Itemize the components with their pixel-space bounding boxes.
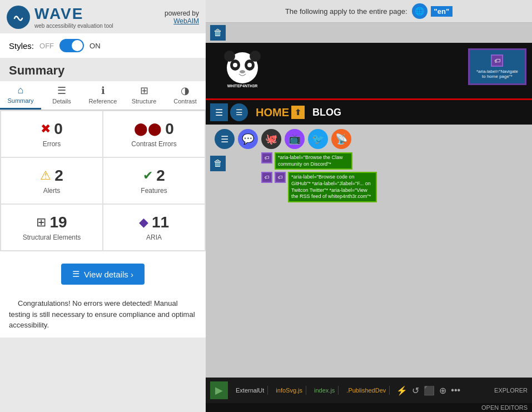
reference-icon: ℹ [101, 85, 105, 97]
aria-badge-3: 🏷 [275, 172, 286, 183]
aria-count: 11 [152, 214, 169, 231]
web-content-area: 🗑 [206, 23, 532, 378]
bottom-file-3: index.js [311, 386, 339, 395]
svg-point-7 [247, 63, 252, 67]
styles-toggle[interactable] [59, 39, 84, 52]
top-message-text: The following apply to the entire page: [285, 7, 407, 16]
aria-tooltip-github-row: 🏷 🏷 *aria-label="Browse code on GitHub"*… [261, 172, 377, 202]
lang-code: "en" [431, 6, 453, 17]
open-editors-label: OPEN EDITORS [481, 404, 528, 411]
bottom-icon-4: ⊕ [439, 385, 446, 396]
stat-contrast-row: ⬤⬤ 0 [134, 120, 174, 138]
styles-off-label: OFF [39, 42, 54, 50]
nav-aria-badge: 🏷 *aria-label="Navigateto home page"* [468, 48, 526, 85]
powered-by-text: powered by [165, 9, 199, 17]
svg-point-8 [240, 70, 245, 73]
site-logo-area: WHITEP4NTH3R [215, 48, 270, 93]
nav-home-text: HOME [256, 106, 289, 119]
summary-icon: ⌂ [18, 85, 24, 96]
bottom-active-tab: ▶ [210, 381, 228, 399]
bottom-file-2: infoSvg.js [272, 386, 306, 395]
globe-icon: 🌐 [412, 3, 427, 19]
bottom-file-4: .PublishedDev [343, 386, 390, 395]
trash-icon-top: 🗑 [210, 25, 226, 41]
contrast-errors-label: Contrast Errors [131, 140, 176, 148]
tab-contrast[interactable]: ◑ Contrast [165, 81, 206, 110]
aria-tooltip-multi: *aria-label="Browse code on GitHub"* *ar… [288, 172, 377, 202]
features-count: 2 [156, 167, 165, 185]
errors-count: 0 [54, 120, 63, 138]
open-editors-bar: OPEN EDITORS [206, 403, 532, 412]
aria-tooltip-row: 🏷 *aria-label="Browse the Claw community… [261, 152, 377, 170]
tab-summary-label: Summary [7, 97, 33, 104]
discord-icon: 💬 [238, 129, 258, 149]
aria-label: ARIA [146, 234, 162, 241]
bottom-icon-3: ⬛ [424, 385, 435, 396]
tab-structure[interactable]: ⊞ Structure [123, 81, 165, 110]
webaim-link[interactable]: WebAIM [173, 17, 199, 25]
tab-contrast-label: Contrast [173, 98, 197, 105]
wave-logo: WAVE web accessibility evaluation tool [7, 6, 113, 29]
stat-errors-row: ✖ 0 [41, 120, 63, 138]
feature-icon: ✔ [143, 168, 153, 183]
tab-summary[interactable]: ⌂ Summary [0, 81, 41, 110]
nav-circle-icon: ☰ [230, 103, 248, 121]
bottom-icon-1: ⚡ [396, 385, 407, 396]
tab-reference-label: Reference [89, 98, 117, 105]
congrats-text: Congratulations! No errors were detected… [9, 295, 195, 338]
view-details-icon: ☰ [72, 269, 79, 279]
aria-nav-label: *aria-label="Navigateto home page"* [476, 69, 518, 79]
aria-tooltip-discord: *aria-label="Browse the Claw community o… [275, 152, 352, 170]
wave-top-trash-area: 🗑 [206, 23, 532, 43]
nav-list-icon: ☰ [210, 103, 228, 121]
contrast-icon: ◑ [181, 85, 190, 97]
bottom-file-1: ExternalUt [232, 386, 268, 395]
github-container: 🐙 [261, 129, 281, 149]
view-details-button[interactable]: ☰ View details › [61, 264, 145, 285]
congrats-section: Congratulations! No errors were detected… [0, 291, 206, 337]
aria-badge-2: 🏷 [261, 172, 272, 183]
view-details-container: ☰ View details › [0, 251, 206, 291]
tab-reference[interactable]: ℹ Reference [82, 81, 123, 110]
tab-details[interactable]: ☰ Details [41, 81, 82, 110]
active-file-icon: ▶ [215, 384, 223, 396]
structural-count: 19 [49, 214, 67, 231]
wave-title-block: WAVE web accessibility evaluation tool [34, 6, 113, 29]
wave-subtitle: web accessibility evaluation tool [34, 23, 113, 29]
aria-tooltips: 🏷 *aria-label="Browse the Claw community… [261, 152, 377, 202]
features-label: Features [141, 187, 167, 195]
tabs-row: ⌂ Summary ☰ Details ℹ Reference ⊞ Struct… [0, 81, 206, 110]
stat-aria-row: ◆ 11 [139, 214, 169, 231]
discord-container: 💬 [238, 129, 258, 149]
twitch-container: 📺 [285, 129, 305, 149]
nav-home: HOME ⬆ [252, 106, 308, 119]
structure-icon: ⊞ [140, 85, 148, 97]
site-nav: ☰ ☰ HOME ⬆ BLOG [206, 98, 532, 125]
nav-blog: BLOG [308, 107, 346, 118]
tab-details-label: Details [52, 98, 71, 105]
stat-structural: ⊞ 19 Structural Elements [1, 204, 103, 251]
errors-label: Errors [43, 140, 61, 148]
aria-tag-icon: 🏷 [491, 54, 503, 67]
bottom-icon-2: ↺ [412, 385, 419, 396]
styles-bar: Styles: OFF ON [0, 33, 206, 58]
rss-container: 📡 [331, 129, 351, 149]
github-icon: 🐙 [261, 129, 281, 149]
nav-icons: ☰ ☰ [206, 103, 252, 121]
nav-home-icon: ⬆ [295, 108, 301, 117]
aria-badge-1: 🏷 [261, 152, 272, 163]
details-icon: ☰ [57, 85, 66, 97]
alert-icon: ⚠ [40, 168, 51, 183]
alerts-label: Alerts [43, 187, 61, 195]
lang-badge: 🌐 "en" [412, 3, 453, 19]
trash-icon-bottom: 🗑 [210, 156, 226, 171]
twitch-icon: 📺 [285, 129, 305, 149]
bottom-bar: ▶ ExternalUt infoSvg.js index.js .Publis… [206, 378, 532, 403]
svg-text:WHITEP4NTH3R: WHITEP4NTH3R [227, 84, 257, 88]
stat-features-row: ✔ 2 [143, 167, 165, 185]
nav-home-badge: ⬆ [291, 106, 305, 119]
toggle-knob [72, 40, 83, 51]
svg-point-6 [233, 63, 237, 67]
nav-blog-text: BLOG [312, 107, 341, 118]
powered-by-block: powered by WebAIM [165, 9, 199, 25]
